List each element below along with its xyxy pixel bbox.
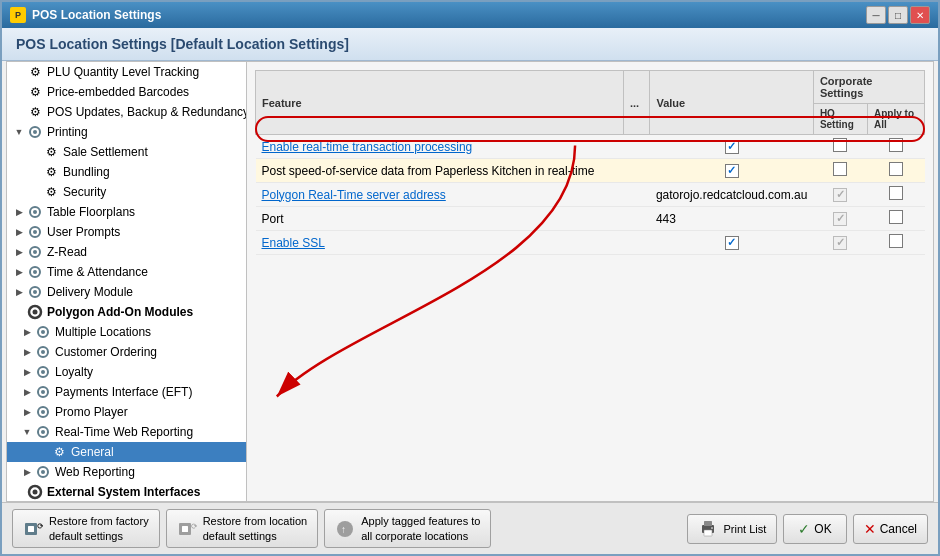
apply-checkbox-1[interactable] — [889, 138, 903, 152]
expander-multiple-locations: ▶ — [19, 324, 35, 340]
dialog-title: POS Location Settings [Default Location … — [16, 36, 349, 52]
value-text-4: 443 — [656, 212, 676, 226]
sidebar-item-pos-updates[interactable]: ⚙ POS Updates, Backup & Redundancy — [7, 102, 246, 122]
value-checkbox-2[interactable] — [725, 164, 739, 178]
value-cell-1 — [650, 135, 813, 159]
printer-icon — [698, 519, 718, 539]
dots-cell-5 — [623, 231, 650, 255]
sidebar-item-sale-settlement[interactable]: ⚙ Sale Settlement — [7, 142, 246, 162]
apply-checkbox-2[interactable] — [889, 162, 903, 176]
sidebar-item-realtime-web[interactable]: ▼ Real-Time Web Reporting — [7, 422, 246, 442]
app-icon: P — [10, 7, 26, 23]
feature-link-5[interactable]: Enable SSL — [262, 236, 325, 250]
expander-promo-player: ▶ — [19, 404, 35, 420]
sidebar-item-bundling[interactable]: ⚙ Bundling — [7, 162, 246, 182]
sidebar-item-external-system[interactable]: External System Interfaces — [7, 482, 246, 501]
hq-cell-2 — [813, 159, 867, 183]
hq-setting-header: HQ Setting — [813, 104, 867, 135]
restore-factory-icon: ⟳ — [23, 519, 43, 539]
svg-rect-42 — [704, 521, 712, 526]
hq-checkbox-4[interactable] — [833, 212, 847, 226]
feature-cell-1: Enable real-time transaction processing — [256, 135, 624, 159]
sidebar-label-security: Security — [63, 185, 106, 199]
print-list-button[interactable]: Print List — [687, 514, 778, 544]
sidebar-item-payments-interface[interactable]: ▶ Payments Interface (EFT) — [7, 382, 246, 402]
hq-checkbox-1[interactable] — [833, 138, 847, 152]
col-feature-header: Feature — [256, 71, 624, 135]
sidebar-item-plu-qty[interactable]: ⚙ PLU Quantity Level Tracking — [7, 62, 246, 82]
sidebar-item-loyalty[interactable]: ▶ Loyalty — [7, 362, 246, 382]
gear-large-icon-10 — [35, 364, 51, 380]
sidebar-item-price-barcodes[interactable]: ⚙ Price-embedded Barcodes — [7, 82, 246, 102]
apply-cell-1 — [868, 135, 925, 159]
restore-location-button[interactable]: ⟳ Restore from locationdefault settings — [166, 509, 319, 548]
hq-checkbox-5[interactable] — [833, 236, 847, 250]
svg-point-21 — [41, 390, 45, 394]
feature-link-3[interactable]: Polygon Real-Time server address — [262, 188, 446, 202]
hq-checkbox-2[interactable] — [833, 162, 847, 176]
col-value-header: Value — [650, 71, 813, 135]
expander-external-system — [11, 484, 27, 500]
footer-left-buttons: ⟳ Restore from factorydefault settings ⟳… — [12, 509, 491, 548]
close-button[interactable]: ✕ — [910, 6, 930, 24]
sidebar-item-customer-ordering[interactable]: ▶ Customer Ordering — [7, 342, 246, 362]
dots-cell-4 — [623, 207, 650, 231]
svg-point-9 — [33, 270, 37, 274]
sidebar-item-web-reporting[interactable]: ▶ Web Reporting — [7, 462, 246, 482]
sidebar-item-promo-player[interactable]: ▶ Promo Player — [7, 402, 246, 422]
sidebar-label-delivery-module: Delivery Module — [47, 285, 133, 299]
hq-cell-3 — [813, 183, 867, 207]
gear-large-icon-15 — [27, 484, 43, 500]
apply-checkbox-3[interactable] — [889, 186, 903, 200]
restore-factory-button[interactable]: ⟳ Restore from factorydefault settings — [12, 509, 160, 548]
sidebar-label-promo-player: Promo Player — [55, 405, 128, 419]
sidebar-item-general[interactable]: ⚙ General — [7, 442, 246, 462]
gear-large-icon — [27, 124, 43, 140]
sidebar-item-delivery-module[interactable]: ▶ Delivery Module — [7, 282, 246, 302]
cancel-button[interactable]: ✕ Cancel — [853, 514, 928, 544]
sidebar-item-user-prompts[interactable]: ▶ User Prompts — [7, 222, 246, 242]
gear-icon-4: ⚙ — [43, 144, 59, 160]
sidebar-item-printing[interactable]: ▼ Printing — [7, 122, 246, 142]
sidebar-label-price-barcodes: Price-embedded Barcodes — [47, 85, 189, 99]
cancel-label: Cancel — [880, 522, 917, 536]
feature-link-1[interactable]: Enable real-time transaction processing — [262, 140, 473, 154]
expander-bundling — [27, 164, 43, 180]
footer-right-buttons: Print List ✓ OK ✕ Cancel — [687, 514, 929, 544]
value-checkbox-5[interactable] — [725, 236, 739, 250]
sidebar-item-table-floorplans[interactable]: ▶ Table Floorplans — [7, 202, 246, 222]
svg-rect-34 — [28, 526, 34, 532]
restore-factory-label: Restore from factorydefault settings — [49, 514, 149, 543]
expander-printing: ▼ — [11, 124, 27, 140]
apply-tagged-button[interactable]: ↑ Apply tagged features toall corporate … — [324, 509, 491, 548]
svg-point-19 — [41, 370, 45, 374]
expander-customer-ordering: ▶ — [19, 344, 35, 360]
expander-user-prompts: ▶ — [11, 224, 27, 240]
expander-realtime-web: ▼ — [19, 424, 35, 440]
feature-cell-3: Polygon Real-Time server address — [256, 183, 624, 207]
apply-checkbox-5[interactable] — [889, 234, 903, 248]
sidebar-item-time-attendance[interactable]: ▶ Time & Attendance — [7, 262, 246, 282]
minimize-button[interactable]: ─ — [866, 6, 886, 24]
ok-button[interactable]: ✓ OK — [783, 514, 846, 544]
svg-text:↑: ↑ — [341, 524, 346, 535]
sidebar-item-z-read[interactable]: ▶ Z-Read — [7, 242, 246, 262]
sidebar-item-security[interactable]: ⚙ Security — [7, 182, 246, 202]
maximize-button[interactable]: □ — [888, 6, 908, 24]
svg-point-11 — [33, 290, 37, 294]
settings-table: Feature ... Value Corporate Settings HQ … — [255, 70, 925, 255]
dots-cell-1 — [623, 135, 650, 159]
expander-general — [35, 444, 51, 460]
gear-large-icon-9 — [35, 344, 51, 360]
value-checkbox-1[interactable] — [725, 140, 739, 154]
sidebar-label-user-prompts: User Prompts — [47, 225, 120, 239]
sidebar-label-plu-qty: PLU Quantity Level Tracking — [47, 65, 199, 79]
apply-checkbox-4[interactable] — [889, 210, 903, 224]
hq-checkbox-3[interactable] — [833, 188, 847, 202]
sidebar-item-multiple-locations[interactable]: ▶ Multiple Locations — [7, 322, 246, 342]
svg-point-17 — [41, 350, 45, 354]
feature-cell-5: Enable SSL — [256, 231, 624, 255]
sidebar-item-polygon-addon[interactable]: Polygon Add-On Modules — [7, 302, 246, 322]
svg-point-3 — [33, 210, 37, 214]
sidebar-label-external-system: External System Interfaces — [47, 485, 200, 499]
